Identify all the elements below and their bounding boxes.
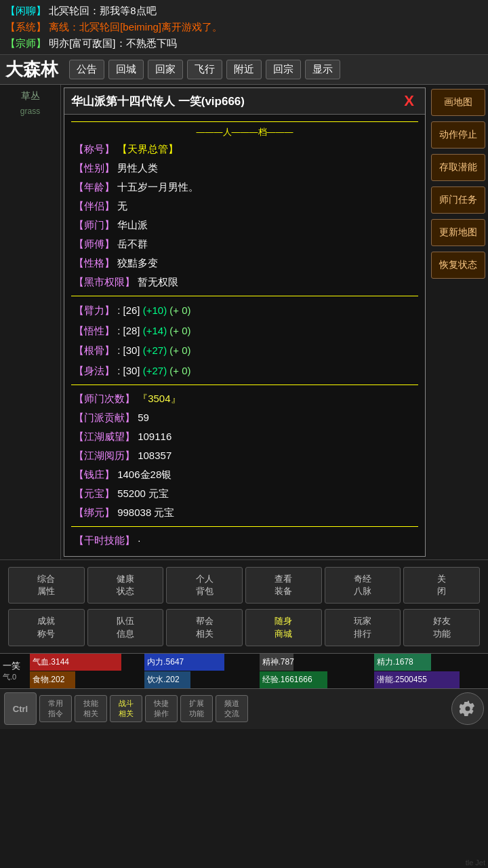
stat-bone: 【根骨】 : [30] (+27) (+ 0) [64,340,425,361]
chat-prefix-3: 【宗师】 [5,37,46,49]
btn-friends[interactable]: 好友功能 [403,609,480,646]
toolbar-btn-channel[interactable]: 频道交流 [216,695,248,722]
btn-store-potential[interactable]: 存取潜能 [431,154,485,181]
btn-mobile-shop[interactable]: 随身商城 [245,609,322,646]
btn-update-map[interactable]: 更新地图 [431,219,485,246]
chat-line-2: 【系统】 离线：北冥轮回[beiming]离开游戏了。 [5,19,483,35]
stat-bar-mp-label: 内力.5647 [144,656,186,668]
watermark: tle Jet [463,857,488,868]
stat-agility: 【身法】 : [30] (+27) (+ 0) [64,361,425,381]
location-bar: 大森林 公告 回城 回家 飞行 附近 回宗 显示 [0,55,488,85]
stat-bar-exp-label: 经验.1661666 [260,674,315,686]
action-grid-area: 综合属性 健康状态 个人背包 查看装备 奇经八脉 关闭 成就称号 队伍信息 帮会… [0,559,488,653]
nav-btn-return-sect[interactable]: 回宗 [266,60,301,79]
ctrl-icon[interactable]: Ctrl [4,692,37,725]
gear-button[interactable] [451,692,484,725]
chat-text-3: 明亦[富可敌国]：不熟悉下吗 [49,37,176,49]
info-sect-count: 【师门次数】 『3504』 [64,389,425,408]
label-age: 【年龄】 [74,181,115,193]
stat-bar-sp: 精神.787 [260,654,373,671]
sidebar-label-grass: 草丛 [21,90,40,102]
info-sect: 【师门】 华山派 [64,216,425,235]
stat-bar-hp: 气血.3144 [30,654,144,671]
nav-btn-fly[interactable]: 飞行 [187,60,222,79]
stat-bar-sp-label: 精神.787 [260,656,297,668]
info-skill: 【干时技能】 · [64,531,425,550]
btn-player-rank[interactable]: 玩家排行 [325,609,401,646]
info-prestige: 【江湖威望】 109116 [64,427,425,446]
label-title: 【称号】 [74,143,115,155]
info-master: 【师傅】 岳不群 [64,235,425,254]
stat-bar-potential-label: 潜能.2500455 [374,674,430,686]
stat-bar-stamina-label: 精力.1678 [374,656,416,668]
info-experience: 【江湖阅历】 108357 [64,446,425,465]
divider-top [71,121,418,122]
divider-extra-top [71,384,418,385]
stat-bar-water-label: 饮水.202 [144,674,182,686]
info-partner: 【伴侣】 无 [64,197,425,216]
toolbar-btn-combat[interactable]: 战斗相关 [110,695,142,722]
btn-sect-task[interactable]: 师门任务 [431,186,485,214]
gear-icon [460,701,476,717]
btn-health-status[interactable]: 健康状态 [87,567,164,604]
value-personality: 狡黠多变 [117,257,158,269]
btn-team-info[interactable]: 队伍信息 [87,609,164,646]
label-sect: 【师门】 [74,219,115,231]
stat-bar-exp: 经验.1661666 [260,671,373,688]
info-money: 【钱庄】 1406金28银 [64,465,425,484]
player-name-area: 一笑 气.0 [0,654,30,688]
value-title: 【天界总管】 [117,143,178,155]
btn-close[interactable]: 关闭 [403,567,480,604]
toolbar-btn-shortcut[interactable]: 快捷操作 [145,695,178,722]
chat-area: 【闲聊】 北冥轮回：那我等8点吧 【系统】 离线：北冥轮回[beiming]离开… [0,0,488,55]
stat-bar-food-label: 食物.202 [30,674,67,686]
nav-btn-return-home[interactable]: 回家 [148,60,183,79]
label-gender: 【性别】 [74,162,115,174]
info-gender: 【性别】 男性人类 [64,159,425,178]
toolbar-btn-expand[interactable]: 扩展功能 [180,695,213,722]
stat-wisdom: 【悟性】 : [28] (+14) (+ 0) [64,321,425,341]
value-sect: 华山派 [117,219,148,231]
stat-strength: 【臂力】 : [26] (+10) (+ 0) [64,300,425,321]
sidebar-sublabel-grass: grass [20,106,40,116]
nav-btn-nearby[interactable]: 附近 [226,60,262,79]
close-button[interactable]: X [400,92,418,110]
btn-guild[interactable]: 帮会相关 [166,609,243,646]
info-bound-ingot: 【绑元】 998038 元宝 [64,503,425,522]
nav-btn-return-city[interactable]: 回城 [108,60,144,79]
value-gender: 男性人类 [117,162,158,174]
btn-view-equipment[interactable]: 查看装备 [245,567,322,604]
btn-comprehensive-attrs[interactable]: 综合属性 [8,567,85,604]
stat-bar-mp: 内力.5647 [144,654,258,671]
sidebar-left: 草丛 grass [0,85,61,559]
nav-btn-announcement[interactable]: 公告 [69,60,104,79]
panel-content: ———人———档——— 【称号】 【天界总管】 【性别】 男性人类 【年龄】 十… [64,115,425,553]
stat-bar-water: 饮水.202 [144,671,258,688]
stat-bar-hp-label: 气血.3144 [30,656,72,668]
chat-prefix-1: 【闲聊】 [5,5,46,16]
toolbar-btn-common[interactable]: 常用指令 [39,695,72,722]
btn-meridian[interactable]: 奇经八脉 [325,567,401,604]
divider-stats-top [71,296,418,296]
chat-line-1: 【闲聊】 北冥轮回：那我等8点吧 [5,3,483,19]
nav-btn-display[interactable]: 显示 [305,60,340,79]
right-panel: 画地图 动作停止 存取潜能 师门任务 更新地图 恢复状态 [428,85,488,559]
btn-personal-bag[interactable]: 个人背包 [166,567,243,604]
value-partner: 无 [117,200,127,212]
label-market: 【黑市权限】 [74,276,135,288]
location-name: 大森林 [5,58,58,81]
info-age: 【年龄】 十五岁一月男性。 [64,178,425,197]
bottom-toolbar: Ctrl 常用指令 技能相关 战斗相关 快捷操作 扩展功能 频道交流 [0,688,488,729]
btn-restore-state[interactable]: 恢复状态 [431,252,485,279]
status-bars-grid: 气血.3144 内力.5647 精神.787 精力.1678 食物.202 饮水… [30,654,488,688]
chat-text-2: 离线：北冥轮回[beiming]离开游戏了。 [49,21,222,33]
player-name: 一笑 [3,660,27,672]
stat-bar-potential: 潜能.2500455 [374,671,488,688]
character-panel[interactable]: 华山派第十四代传人 一笑(vip666) X ———人———档——— 【称号】 … [64,87,426,557]
stat-bar-stamina: 精力.1678 [374,654,488,671]
btn-stop-action[interactable]: 动作停止 [431,121,485,149]
btn-achievement[interactable]: 成就称号 [8,609,85,646]
toolbar-btn-skill[interactable]: 技能相关 [75,695,107,722]
btn-draw-map[interactable]: 画地图 [431,89,485,116]
info-personality: 【性格】 狡黠多变 [64,254,425,273]
